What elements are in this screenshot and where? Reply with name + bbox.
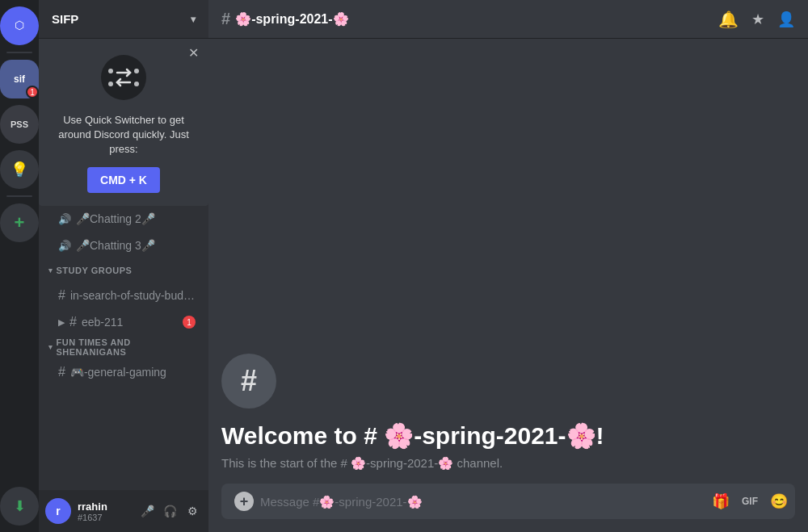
voice-icon: 🔊	[58, 213, 71, 225]
channel-sidebar: SIFP ▾ ✕ Use Quick Switcher to get aroun…	[39, 0, 208, 532]
chat-input-box: + 🎁 GIF 😊	[221, 484, 795, 519]
category-label: FUN TIMES AND SHENANIGANS	[57, 337, 203, 357]
channel-header: # 🌸-spring-2021-🌸	[221, 10, 349, 28]
voice-icon: 🔊	[58, 240, 71, 252]
server-icon-sifp[interactable]: sif 1	[0, 60, 39, 98]
pin-icon[interactable]: ★	[751, 10, 764, 28]
welcome-area: # Welcome to # 🌸-spring-2021-🌸! This is …	[221, 354, 795, 471]
chat-messages: # Welcome to # 🌸-spring-2021-🌸! This is …	[208, 39, 808, 484]
channel-name: eeb-211	[82, 316, 123, 329]
server-icon-light[interactable]: 💡	[0, 150, 39, 189]
channel-hash-icon: #	[58, 365, 65, 379]
category-arrow-icon: ▾	[48, 343, 53, 351]
channel-badge: 1	[183, 316, 196, 329]
channel-item-chatting3[interactable]: 🔊 🎤Chatting 3🎤	[45, 232, 202, 258]
settings-button[interactable]: ⚙	[183, 501, 202, 521]
message-input[interactable]	[260, 495, 701, 509]
members-icon[interactable]: 👤	[777, 10, 795, 28]
server-icon-pss[interactable]: PSS	[0, 105, 39, 144]
category-study-groups[interactable]: ▾ STUDY GROUPS	[39, 259, 208, 282]
category-fun-times[interactable]: ▾ FUN TIMES AND SHENANIGANS	[39, 336, 208, 358]
header-channel-name: 🌸-spring-2021-🌸	[235, 11, 348, 27]
quick-switcher-popup: ✕ Use Quick Switcher to get around Disco…	[39, 39, 208, 206]
server-header[interactable]: SIFP ▾	[39, 0, 208, 39]
header-actions: 🔔 ★ 👤	[718, 10, 795, 29]
user-discriminator: #1637	[78, 513, 131, 522]
emoji-icon[interactable]: 😊	[766, 488, 792, 514]
mute-button[interactable]: 🎤	[137, 501, 157, 521]
svg-point-5	[108, 82, 113, 86]
svg-point-3	[108, 69, 113, 73]
chevron-down-icon: ▾	[191, 14, 196, 25]
channel-name: 🎤Chatting 2🎤	[76, 212, 155, 225]
attach-button[interactable]: +	[234, 492, 254, 511]
channel-hash-icon: #	[58, 288, 65, 303]
gift-icon[interactable]: 🎁	[708, 488, 734, 514]
chat-header: # 🌸-spring-2021-🌸 🔔 ★ 👤	[208, 0, 808, 39]
server-divider	[6, 52, 32, 53]
avatar: r	[45, 498, 71, 524]
chat-input-area: + 🎁 GIF 😊	[208, 484, 808, 532]
channel-name: 🎮-general-gaming	[70, 366, 166, 379]
channel-name: 🎤Chatting 3🎤	[76, 239, 155, 252]
header-hash-icon: #	[221, 10, 230, 28]
svg-point-4	[134, 69, 139, 73]
deafen-button[interactable]: 🎧	[160, 501, 179, 521]
add-server-button[interactable]: +	[0, 203, 39, 242]
user-actions: 🎤 🎧 ⚙	[137, 501, 202, 521]
quick-switcher-text: Use Quick Switcher to get around Discord…	[52, 113, 196, 157]
category-label: STUDY GROUPS	[57, 266, 133, 275]
close-icon[interactable]: ✕	[188, 45, 199, 61]
download-button[interactable]: ⬇	[0, 487, 39, 526]
channel-hash-icon: #	[69, 315, 77, 329]
channel-name: in-search-of-study-buddi...	[70, 289, 196, 302]
welcome-icon: #	[221, 354, 276, 408]
input-actions: 🎁 GIF 😊	[708, 488, 792, 514]
collapsed-arrow-icon: ▶	[58, 317, 65, 328]
server-divider-2	[6, 195, 32, 197]
category-arrow-icon: ▾	[48, 266, 53, 274]
user-info: rrahin #1637	[78, 501, 131, 522]
channel-item-general-gaming[interactable]: # 🎮-general-gaming	[45, 359, 202, 385]
quick-switcher-icon	[98, 52, 149, 103]
channel-item-study-buddy[interactable]: # in-search-of-study-buddi...	[45, 283, 202, 308]
channel-item-chatting2[interactable]: 🔊 🎤Chatting 2🎤	[45, 206, 202, 232]
server-icon-discord-home[interactable]: ⬡	[0, 6, 39, 45]
main-content: # 🌸-spring-2021-🌸 🔔 ★ 👤 # Welcome to # 🌸…	[208, 0, 808, 532]
svg-text:⬡: ⬡	[15, 19, 24, 31]
server-name: SIFP	[52, 12, 78, 26]
notifications-icon[interactable]: 🔔	[718, 10, 739, 29]
server-bar: ⬡ sif 1 PSS 💡 + ⬇	[0, 0, 39, 532]
svg-point-6	[134, 82, 139, 86]
user-area: r rrahin #1637 🎤 🎧 ⚙	[39, 490, 208, 532]
quick-switcher-button[interactable]: CMD + K	[87, 167, 160, 193]
server-badge-sifp: 1	[26, 86, 39, 98]
channel-item-eeb211[interactable]: ▶ # eeb-211 1	[45, 309, 202, 335]
welcome-title: Welcome to # 🌸-spring-2021-🌸!	[221, 421, 795, 450]
welcome-subtitle: This is the start of the # 🌸-spring-2021…	[221, 456, 795, 471]
svg-point-2	[101, 55, 146, 100]
username: rrahin	[78, 501, 131, 513]
gif-button[interactable]: GIF	[737, 488, 763, 514]
